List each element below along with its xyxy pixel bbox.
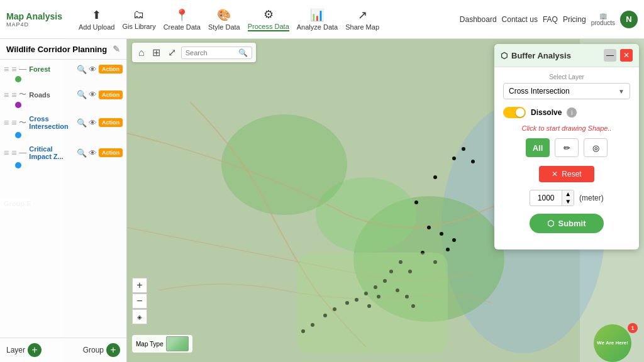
shape-pencil-button[interactable]: ✏ bbox=[555, 138, 579, 157]
forest-action-button[interactable]: Action bbox=[99, 65, 123, 74]
zoom-reset-button[interactable]: ◈ bbox=[132, 309, 147, 324]
add-group-plus-icon[interactable]: + bbox=[106, 343, 120, 357]
dissolve-label: Dissolve bbox=[531, 108, 562, 117]
layer-group-roads: ≡ ≡ 〜 Roads 🔍 👁 Action bbox=[0, 85, 126, 111]
products-button[interactable]: 🏢 products bbox=[591, 13, 615, 26]
cross-eye-icon[interactable]: 👁 bbox=[89, 118, 97, 128]
drag-handle-critical[interactable]: ≡ bbox=[4, 148, 9, 158]
nav-gis-library[interactable]: 🗂 Gis Library bbox=[122, 8, 155, 30]
shape-all-button[interactable]: All bbox=[526, 138, 550, 157]
panel-close-button[interactable]: ✕ bbox=[620, 49, 633, 62]
submit-button-wrap: ⬡ Submit bbox=[503, 214, 630, 233]
forest-controls: 🔍 👁 Action bbox=[77, 65, 123, 74]
nav-style-data[interactable]: 🎨 Style Data bbox=[208, 8, 240, 31]
drag-handle-roads2[interactable]: ≡ bbox=[11, 90, 16, 100]
roads-layer-name: Roads bbox=[29, 91, 74, 99]
map-type-control[interactable]: Map Type bbox=[132, 335, 192, 353]
dissolve-toggle[interactable] bbox=[503, 107, 526, 118]
share-map-icon: ↗ bbox=[358, 8, 367, 22]
submit-button[interactable]: ⬡ Submit bbox=[530, 214, 603, 233]
faq-button[interactable]: FAQ bbox=[543, 15, 558, 24]
cross-type-icon: 〜 bbox=[19, 118, 26, 128]
add-layer-button[interactable]: Layer + bbox=[6, 343, 42, 357]
drag-handle-forest2[interactable]: ≡ bbox=[11, 64, 16, 74]
drag-handle-roads[interactable]: ≡ bbox=[4, 90, 9, 100]
meter-input-wrap: ▲ ▼ bbox=[530, 190, 574, 206]
layer-group-critical: ≡ ≡ — Critical Impact Z... 🔍 👁 Action bbox=[0, 141, 126, 171]
forest-search-icon[interactable]: 🔍 bbox=[77, 65, 87, 74]
nav-create-data-label: Create Data bbox=[164, 23, 201, 31]
svg-point-11 bbox=[446, 248, 450, 251]
app-title: Map Analysis bbox=[6, 11, 62, 21]
drag-handle-cross[interactable]: ≡ bbox=[4, 118, 9, 128]
meter-spinners: ▲ ▼ bbox=[562, 190, 574, 206]
roads-eye-icon[interactable]: 👁 bbox=[89, 90, 97, 99]
map-type-label: Map Type bbox=[136, 341, 164, 348]
nav-process-data[interactable]: ⚙ Process Data bbox=[248, 8, 289, 31]
reset-button-wrap: ✕ Reset bbox=[503, 166, 630, 182]
map-search-input[interactable] bbox=[186, 49, 236, 57]
roads-search-icon[interactable]: 🔍 bbox=[77, 90, 87, 99]
nav-right: Dashboard Contact us FAQ Pricing 🏢 produ… bbox=[460, 11, 638, 28]
cross-action-button[interactable]: Action bbox=[99, 118, 123, 127]
map-layers-icon[interactable]: ⊞ bbox=[150, 45, 163, 60]
roads-color-dot bbox=[15, 102, 21, 108]
roads-action-button[interactable]: Action bbox=[99, 90, 123, 99]
nav-share-map[interactable]: ↗ Share Map bbox=[345, 8, 379, 31]
meter-unit-label: (meter) bbox=[579, 194, 604, 202]
add-upload-icon: ⬆ bbox=[92, 8, 101, 22]
cross-search-icon[interactable]: 🔍 bbox=[77, 118, 87, 128]
critical-eye-icon[interactable]: 👁 bbox=[89, 148, 97, 158]
forest-layer-name: Forest bbox=[29, 65, 74, 73]
layer-row-critical: ≡ ≡ — Critical Impact Z... 🔍 👁 Action bbox=[4, 143, 123, 162]
layer-label: Layer bbox=[6, 346, 25, 354]
reset-button[interactable]: ✕ Reset bbox=[539, 166, 594, 182]
nav-create-data[interactable]: 📍 Create Data bbox=[164, 8, 201, 31]
app-subtitle: MAP4D bbox=[6, 21, 29, 28]
dashboard-button[interactable]: Dashboard bbox=[460, 15, 497, 24]
select-layer-group: Select Layer Cross Intersection ▼ bbox=[503, 74, 630, 99]
we-are-here-widget[interactable]: We Are Here! 1 bbox=[594, 324, 638, 356]
panel-minimize-button[interactable]: — bbox=[604, 49, 616, 62]
drag-handle-forest[interactable]: ≡ bbox=[4, 64, 9, 74]
map-fullscreen-icon[interactable]: ⤢ bbox=[165, 45, 179, 60]
drag-handle-critical2[interactable]: ≡ bbox=[11, 148, 16, 158]
user-avatar[interactable]: N bbox=[620, 11, 638, 28]
zoom-in-button[interactable]: + bbox=[132, 278, 147, 293]
submit-icon: ⬡ bbox=[547, 219, 554, 228]
we-are-here-circle[interactable]: We Are Here! bbox=[594, 324, 631, 362]
meter-down-button[interactable]: ▼ bbox=[562, 198, 574, 206]
add-layer-plus-icon[interactable]: + bbox=[28, 343, 42, 357]
map-home-icon[interactable]: ⌂ bbox=[136, 46, 147, 60]
layer-group-cross: ≡ ≡ 〜 Cross Intersection 🔍 👁 Action bbox=[0, 111, 126, 141]
svg-point-32 bbox=[471, 160, 475, 163]
pricing-button[interactable]: Pricing bbox=[563, 15, 586, 24]
gis-library-icon: 🗂 bbox=[133, 8, 145, 21]
we-are-here-badge: 1 bbox=[628, 323, 638, 333]
nav-add-upload[interactable]: ⬆ Add Upload bbox=[79, 8, 115, 31]
svg-rect-33 bbox=[297, 253, 448, 353]
critical-action-button[interactable]: Action bbox=[99, 148, 123, 157]
meter-input[interactable] bbox=[530, 191, 562, 205]
analyze-data-icon: 📊 bbox=[310, 8, 324, 22]
add-group-button[interactable]: Group + bbox=[83, 343, 120, 357]
click-to-draw-prompt: Click to start drawing Shape.. bbox=[503, 124, 630, 132]
shape-circle-button[interactable]: ◎ bbox=[584, 138, 608, 157]
panel-title: Wildlife Corridor Planning bbox=[6, 45, 107, 54]
layer-select[interactable]: Cross Intersection bbox=[504, 84, 630, 99]
svg-point-7 bbox=[414, 200, 418, 204]
dissolve-info-icon[interactable]: i bbox=[567, 107, 577, 118]
zoom-out-button[interactable]: − bbox=[132, 293, 147, 309]
buffer-analysis-panel: ⬡ Buffer Analysis — ✕ Select Layer Cross… bbox=[494, 44, 639, 250]
buffer-panel-body: Select Layer Cross Intersection ▼ Dissol… bbox=[494, 67, 639, 239]
nav-share-map-label: Share Map bbox=[345, 23, 379, 31]
critical-search-icon[interactable]: 🔍 bbox=[77, 148, 87, 158]
group-label: Group bbox=[83, 346, 104, 354]
drag-handle-cross2[interactable]: ≡ bbox=[11, 118, 16, 128]
meter-up-button[interactable]: ▲ bbox=[562, 190, 574, 198]
nav-analyze-data[interactable]: 📊 Analyze Data bbox=[297, 8, 338, 31]
panel-edit-icon[interactable]: ✎ bbox=[113, 44, 120, 54]
cross-controls: 🔍 👁 Action bbox=[77, 118, 123, 128]
contact-us-button[interactable]: Contact us bbox=[502, 15, 538, 24]
forest-eye-icon[interactable]: 👁 bbox=[89, 65, 97, 74]
